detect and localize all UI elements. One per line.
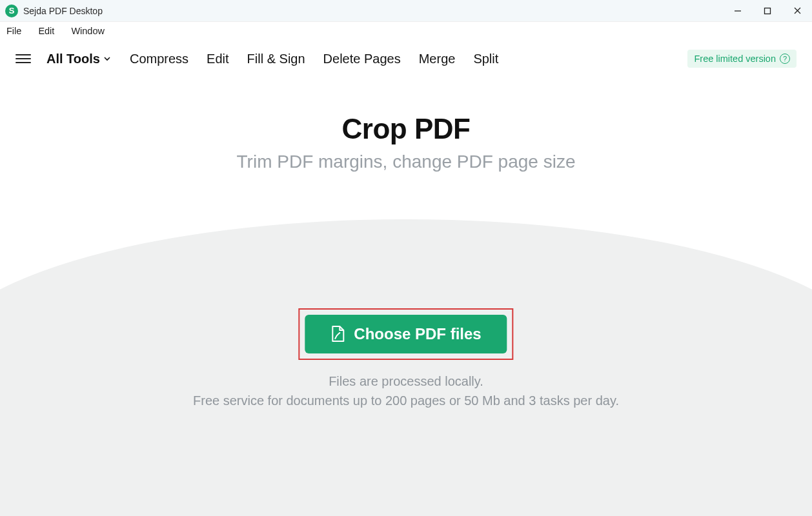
menu-window[interactable]: Window <box>68 25 107 37</box>
cta-highlight-frame: Choose PDF files <box>298 308 513 360</box>
cta-area: Choose PDF files <box>298 308 513 360</box>
all-tools-dropdown[interactable]: All Tools <box>46 52 112 66</box>
toolbar-delete-pages[interactable]: Delete Pages <box>323 52 401 66</box>
titlebar: S Sejda PDF Desktop <box>0 0 812 22</box>
toolbar-edit[interactable]: Edit <box>207 52 228 66</box>
cta-label: Choose PDF files <box>354 325 481 343</box>
window-title: Sejda PDF Desktop <box>23 6 103 16</box>
menu-edit[interactable]: Edit <box>36 25 57 37</box>
hero: Crop PDF Trim PDF margins, change PDF pa… <box>0 113 812 172</box>
info-free-limits: Free service for documents up to 200 pag… <box>0 393 812 408</box>
page-title: Crop PDF <box>0 113 812 145</box>
svg-rect-1 <box>765 8 771 14</box>
wave-background <box>0 219 812 516</box>
app-logo-icon: S <box>5 5 18 17</box>
chevron-down-icon <box>103 54 112 63</box>
menubar: File Edit Window <box>0 22 812 40</box>
all-tools-label: All Tools <box>46 52 100 66</box>
toolbar-fill-sign[interactable]: Fill & Sign <box>247 52 305 66</box>
pdf-file-icon <box>330 326 345 342</box>
choose-pdf-files-button[interactable]: Choose PDF files <box>305 315 507 353</box>
free-version-label: Free limited version <box>694 54 776 64</box>
toolbar-split[interactable]: Split <box>473 52 498 66</box>
toolbar: All Tools Compress Edit Fill & Sign Dele… <box>0 40 812 77</box>
app-logo-letter: S <box>9 6 15 15</box>
info-local-processing: Files are processed locally. <box>0 374 812 389</box>
menu-file[interactable]: File <box>4 25 24 37</box>
close-button[interactable] <box>782 0 812 22</box>
toolbar-merge[interactable]: Merge <box>419 52 456 66</box>
page-subtitle: Trim PDF margins, change PDF page size <box>0 152 812 172</box>
hamburger-icon[interactable] <box>15 51 31 66</box>
minimize-button[interactable] <box>723 0 753 22</box>
maximize-button[interactable] <box>753 0 782 22</box>
toolbar-compress[interactable]: Compress <box>130 52 188 66</box>
free-version-badge[interactable]: Free limited version ? <box>687 50 797 68</box>
help-icon: ? <box>780 54 790 64</box>
